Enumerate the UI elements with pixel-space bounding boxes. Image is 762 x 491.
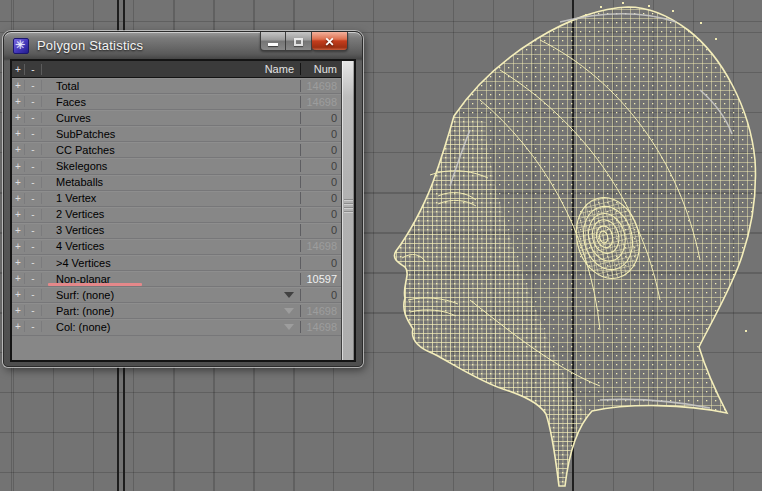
chevron-down-icon[interactable]: [284, 324, 294, 330]
row-label: >4 Vertices: [56, 257, 111, 269]
minimize-icon: [268, 43, 278, 46]
table-row[interactable]: + - CC Patches 0: [12, 142, 341, 158]
polygon-statistics-window: Polygon Statistics ✕ + - Name Num + -: [3, 31, 363, 367]
table-row[interactable]: + - Skelegons 0: [12, 158, 341, 174]
row-name-cell: 4 Vertices: [42, 240, 300, 252]
table-row[interactable]: + - Metaballs 0: [12, 175, 341, 191]
row-select-plus-button[interactable]: +: [12, 273, 25, 284]
row-deselect-minus-button[interactable]: -: [25, 209, 42, 220]
row-deselect-minus-button[interactable]: -: [25, 112, 42, 123]
row-count: 0: [300, 128, 341, 140]
row-deselect-minus-button[interactable]: -: [25, 257, 42, 268]
row-select-plus-button[interactable]: +: [12, 128, 25, 139]
row-select-plus-button[interactable]: +: [12, 289, 25, 300]
window-title: Polygon Statistics: [37, 38, 143, 53]
row-count: 14698: [300, 80, 341, 92]
row-name-cell: 1 Vertex: [42, 192, 300, 204]
statistics-table: + - Name Num + - Total 14698 + - Faces 1…: [12, 61, 341, 360]
table-header: + - Name Num: [12, 61, 341, 78]
row-deselect-minus-button[interactable]: -: [25, 128, 42, 139]
row-deselect-minus-button[interactable]: -: [25, 305, 42, 316]
row-count: 14698: [300, 305, 341, 317]
row-label: SubPatches: [56, 128, 115, 140]
row-deselect-minus-button[interactable]: -: [25, 96, 42, 107]
row-select-plus-button[interactable]: +: [12, 321, 25, 332]
header-name-column: Name: [42, 63, 300, 75]
row-select-plus-button[interactable]: +: [12, 144, 25, 155]
row-label: Faces: [56, 96, 86, 108]
row-select-plus-button[interactable]: +: [12, 161, 25, 172]
statistics-panel: + - Name Num + - Total 14698 + - Faces 1…: [10, 59, 356, 362]
row-label: Surf: (none): [56, 289, 114, 301]
table-row[interactable]: + - 1 Vertex 0: [12, 191, 341, 207]
table-rows: + - Total 14698 + - Faces 14698 + - Curv…: [12, 78, 341, 336]
row-name-cell: Total: [42, 80, 300, 92]
row-deselect-minus-button[interactable]: -: [25, 273, 42, 284]
row-select-plus-button[interactable]: +: [12, 193, 25, 204]
row-label: Curves: [56, 112, 91, 124]
row-deselect-minus-button[interactable]: -: [25, 321, 42, 332]
window-titlebar[interactable]: Polygon Statistics ✕: [4, 32, 362, 59]
row-name-cell: Metaballs: [42, 176, 300, 188]
row-deselect-minus-button[interactable]: -: [25, 241, 42, 252]
row-name-cell: Faces: [42, 96, 300, 108]
vertical-scrollbar[interactable]: [341, 61, 354, 360]
table-row[interactable]: + - Part: (none) 14698: [12, 303, 341, 319]
table-row[interactable]: + - Total 14698: [12, 78, 341, 94]
table-row[interactable]: + - >4 Vertices 0: [12, 255, 341, 271]
row-count: 14698: [300, 96, 341, 108]
header-plus-column: +: [12, 64, 25, 75]
viewport-axis-line: [572, 0, 574, 491]
row-count: 14698: [300, 240, 341, 252]
row-count: 0: [300, 144, 341, 156]
row-name-cell: Curves: [42, 112, 300, 124]
table-row[interactable]: + - Faces 14698: [12, 94, 341, 110]
table-row[interactable]: + - Col: (none) 14698: [12, 319, 341, 335]
row-count: 0: [300, 160, 341, 172]
table-row[interactable]: + - Surf: (none) 0: [12, 287, 341, 303]
row-name-cell: SubPatches: [42, 128, 300, 140]
table-row[interactable]: + - 4 Vertices 14698: [12, 239, 341, 255]
close-button[interactable]: ✕: [312, 32, 348, 51]
row-select-plus-button[interactable]: +: [12, 96, 25, 107]
row-deselect-minus-button[interactable]: -: [25, 177, 42, 188]
row-deselect-minus-button[interactable]: -: [25, 144, 42, 155]
row-select-plus-button[interactable]: +: [12, 257, 25, 268]
row-count: 0: [300, 208, 341, 220]
table-row[interactable]: + - SubPatches 0: [12, 126, 341, 142]
row-name-cell: Part: (none): [42, 305, 300, 317]
row-deselect-minus-button[interactable]: -: [25, 80, 42, 91]
row-name-cell: 2 Vertices: [42, 208, 300, 220]
row-select-plus-button[interactable]: +: [12, 241, 25, 252]
row-select-plus-button[interactable]: +: [12, 225, 25, 236]
table-row[interactable]: + - 3 Vertices 0: [12, 223, 341, 239]
header-num-column: Num: [300, 63, 341, 75]
row-count: 14698: [300, 321, 341, 333]
row-select-plus-button[interactable]: +: [12, 305, 25, 316]
chevron-down-icon[interactable]: [284, 292, 294, 298]
row-select-plus-button[interactable]: +: [12, 112, 25, 123]
row-count: 0: [300, 289, 341, 301]
row-deselect-minus-button[interactable]: -: [25, 289, 42, 300]
maximize-button[interactable]: [286, 32, 312, 51]
table-row[interactable]: + - Curves 0: [12, 110, 341, 126]
row-count: 0: [300, 224, 341, 236]
table-row[interactable]: + - Non-planar 10597: [12, 271, 341, 287]
row-label: 3 Vertices: [56, 224, 104, 236]
row-select-plus-button[interactable]: +: [12, 177, 25, 188]
row-select-plus-button[interactable]: +: [12, 209, 25, 220]
close-icon: ✕: [324, 35, 334, 49]
row-name-cell: Non-planar: [42, 273, 300, 285]
row-deselect-minus-button[interactable]: -: [25, 193, 42, 204]
row-select-plus-button[interactable]: +: [12, 80, 25, 91]
row-deselect-minus-button[interactable]: -: [25, 161, 42, 172]
minimize-button[interactable]: [260, 32, 286, 51]
window-controls: ✕: [260, 32, 348, 51]
row-label: 2 Vertices: [56, 208, 104, 220]
chevron-down-icon[interactable]: [284, 308, 294, 314]
row-deselect-minus-button[interactable]: -: [25, 225, 42, 236]
table-row[interactable]: + - 2 Vertices 0: [12, 207, 341, 223]
row-name-cell: CC Patches: [42, 144, 300, 156]
row-name-cell: >4 Vertices: [42, 257, 300, 269]
row-name-cell: Skelegons: [42, 160, 300, 172]
